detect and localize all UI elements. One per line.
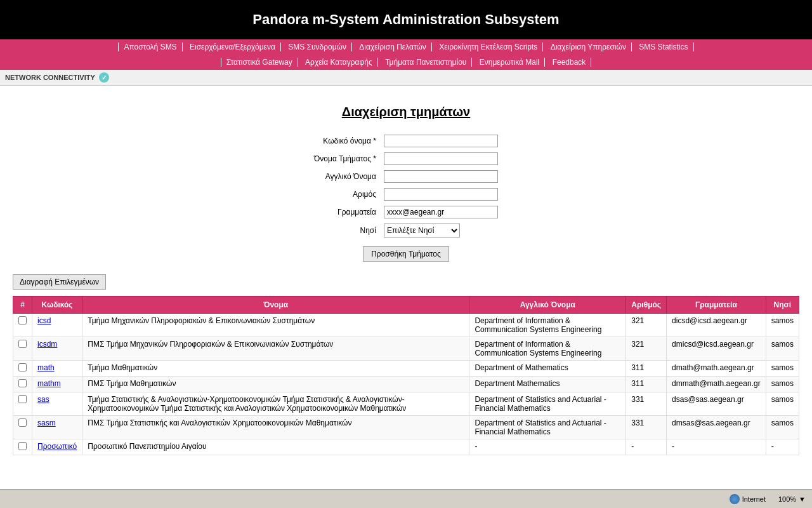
row-island: samos: [766, 392, 799, 416]
network-bar: NETWORK CONNECTIVITY ✓: [0, 70, 812, 86]
number-input[interactable]: [384, 188, 498, 201]
nav-manage-services[interactable]: Διαχείριση Υπηρεσιών: [546, 43, 632, 51]
island-label: Νησί: [310, 221, 380, 240]
network-check-icon: ✓: [99, 72, 109, 83]
english-label: Αγγλικό Όνομα: [310, 168, 380, 185]
form-container: Κωδικό όνομα * Όνομα Τμήματος * Αγγλικό …: [13, 132, 799, 262]
row-name: Τμήμα Μηχανικών Πληροφοριακών & Επικοινω…: [82, 314, 469, 337]
header-title: Pandora m-System Administration Subsyste…: [252, 11, 559, 27]
row-number: 321: [626, 337, 667, 361]
nav-bar-1: Αποστολή SMS Εισερχόμενα/Εξερχόμενα SMS …: [0, 39, 812, 55]
nav-sms-subscriptions[interactable]: SMS Συνδρομών: [283, 43, 352, 51]
row-island: samos: [766, 416, 799, 439]
table-row: mathmΠΜΣ Τμήμα ΜαθηματικώνDepartment Mat…: [13, 377, 799, 392]
table-row: sasmΠΜΣ Τμήμα Στατιστικής και Αναλογιστι…: [13, 416, 799, 439]
nav-gateway-stats[interactable]: Στατιστικά Gateway: [221, 58, 298, 67]
row-checkbox-cell: [13, 377, 32, 392]
row-code[interactable]: Προσωπικό: [32, 439, 82, 455]
row-secretary: dmsas@sas.aegean.gr: [667, 416, 766, 439]
row-name: ΠΜΣ Τμήμα Μαθηματικών: [82, 377, 469, 392]
delete-btn-container: Διαγραφή Επιλεγμένων: [13, 274, 799, 290]
app-header: Pandora m-System Administration Subsyste…: [0, 0, 812, 39]
row-secretary: dicsd@icsd.aegean.gr: [667, 314, 766, 337]
nav-incoming-outgoing[interactable]: Εισερχόμενα/Εξερχόμενα: [185, 43, 281, 51]
nav-manage-clients[interactable]: Διαχείριση Πελατών: [354, 43, 432, 51]
row-island: samos: [766, 314, 799, 337]
row-island: -: [766, 439, 799, 455]
row-number: 331: [626, 392, 667, 416]
nav-newsletters[interactable]: Ενημερωτικά Mail: [475, 58, 546, 67]
row-checkbox[interactable]: [18, 418, 27, 427]
nav-manual-scripts[interactable]: Χειροκίνητη Εκτέλεση Scripts: [434, 43, 543, 51]
row-code[interactable]: icsdm: [32, 337, 82, 361]
row-number: 311: [626, 361, 667, 377]
nav-feedback[interactable]: Feedback: [547, 58, 592, 67]
main-content: Διαχείριση τμημάτων Κωδικό όνομα * Όνομα…: [0, 86, 812, 468]
row-secretary: dmmath@math.aegean.gr: [667, 377, 766, 392]
nav-sms-send[interactable]: Αποστολή SMS: [118, 43, 182, 51]
row-code[interactable]: sas: [32, 392, 82, 416]
row-island: samos: [766, 361, 799, 377]
row-checkbox-cell: [13, 361, 32, 377]
row-secretary: -: [667, 439, 766, 455]
code-label: Κωδικό όνομα *: [310, 132, 380, 150]
row-number: 331: [626, 416, 667, 439]
row-english: -: [469, 439, 626, 455]
col-hash: #: [13, 297, 32, 314]
secretary-input[interactable]: xxxx@aegean.gr: [384, 206, 498, 218]
row-checkbox[interactable]: [18, 363, 27, 371]
row-secretary: dmath@math.aegean.gr: [667, 361, 766, 377]
network-label: NETWORK CONNECTIVITY: [5, 74, 95, 81]
form-table: Κωδικό όνομα * Όνομα Τμήματος * Αγγλικό …: [310, 132, 502, 240]
table-row: mathΤμήμα ΜαθηματικώνDepartment of Mathe…: [13, 361, 799, 377]
nav-sms-statistics[interactable]: SMS Statistics: [634, 43, 693, 51]
row-checkbox[interactable]: [18, 340, 27, 348]
row-checkbox[interactable]: [18, 316, 27, 324]
row-name: ΠΜΣ Τμήμα Μηχανικών Πληροφοριακών & Επικ…: [82, 337, 469, 361]
row-english: Department of Statistics and Actuarial -…: [469, 416, 626, 439]
number-label: Αριμός: [310, 185, 380, 203]
row-english: Department of Information & Communicatio…: [469, 314, 626, 337]
col-name: Όνομα: [82, 297, 469, 314]
row-code[interactable]: sasm: [32, 416, 82, 439]
row-checkbox[interactable]: [18, 379, 27, 387]
add-department-button[interactable]: Προσθήκη Τμήματος: [363, 246, 449, 262]
row-number: -: [626, 439, 667, 455]
delete-selected-button[interactable]: Διαγραφή Επιλεγμένων: [13, 274, 106, 290]
row-checkbox-cell: [13, 416, 32, 439]
island-select[interactable]: Επιλέξτε Νησί: [384, 224, 460, 237]
col-secretary: Γραμματεία: [667, 297, 766, 314]
nav-log-files[interactable]: Αρχεία Καταγραφής: [300, 58, 378, 67]
row-name: Τμήμα Στατιστικής & Αναλογιστικών-Χρηματ…: [82, 392, 469, 416]
row-secretary: dmicsd@icsd.aegean.gr: [667, 337, 766, 361]
row-code[interactable]: icsd: [32, 314, 82, 337]
row-secretary: dsas@sas.aegean.gr: [667, 392, 766, 416]
secretary-label: Γραμματεία: [310, 203, 380, 221]
row-checkbox-cell: [13, 439, 32, 455]
row-number: 311: [626, 377, 667, 392]
col-number: Αριθμός: [626, 297, 667, 314]
nav-bar-2: Στατιστικά Gateway Αρχεία Καταγραφής Τμή…: [0, 55, 812, 70]
row-checkbox[interactable]: [18, 442, 27, 450]
row-english: Department of Statistics and Actuarial -…: [469, 392, 626, 416]
english-input[interactable]: [384, 170, 498, 183]
name-input[interactable]: [384, 152, 498, 165]
row-english: Department of Information & Communicatio…: [469, 337, 626, 361]
row-code[interactable]: math: [32, 361, 82, 377]
page-title: Διαχείριση τμημάτων: [13, 105, 799, 119]
table-row: icsdmΠΜΣ Τμήμα Μηχανικών Πληροφοριακών &…: [13, 337, 799, 361]
code-input[interactable]: [384, 135, 498, 147]
row-name: Προσωπικό Πανεπιστημίου Αιγαίου: [82, 439, 469, 455]
row-island: samos: [766, 337, 799, 361]
row-name: Τμήμα Μαθηματικών: [82, 361, 469, 377]
row-code[interactable]: mathm: [32, 377, 82, 392]
row-island: samos: [766, 377, 799, 392]
table-row: icsdΤμήμα Μηχανικών Πληροφοριακών & Επικ…: [13, 314, 799, 337]
col-code: Κωδικός: [32, 297, 82, 314]
row-checkbox-cell: [13, 314, 32, 337]
row-checkbox[interactable]: [18, 395, 27, 403]
departments-table: # Κωδικός Όνομα Αγγλικό Όνομα Αριθμός Γρ…: [13, 296, 799, 455]
nav-departments[interactable]: Τμήματα Πανεπιστημίου: [380, 58, 472, 67]
table-row: sasΤμήμα Στατιστικής & Αναλογιστικών-Χρη…: [13, 392, 799, 416]
row-english: Department Mathematics: [469, 377, 626, 392]
